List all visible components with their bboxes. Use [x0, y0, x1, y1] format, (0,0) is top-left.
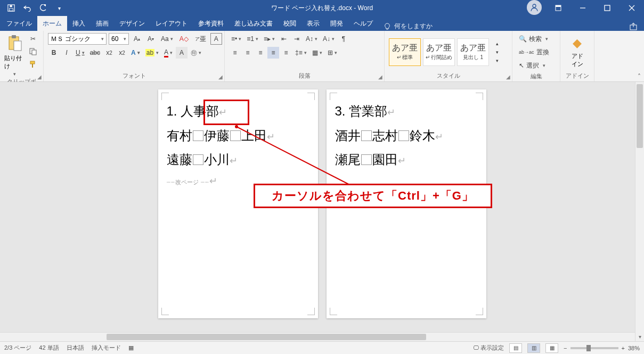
styles-down-icon[interactable]: ▾ [491, 48, 503, 56]
tell-me[interactable]: 何をしますか [378, 22, 438, 31]
italic-button[interactable]: I [61, 47, 72, 59]
hscroll-thumb[interactable] [107, 334, 426, 340]
tab-insert[interactable]: 挿入 [67, 16, 91, 31]
quick-access-toolbar: ▾ [0, 1, 66, 15]
style-normal[interactable]: あア亜↵ 標準 [389, 38, 421, 66]
distribute-icon[interactable]: ≡ [280, 47, 292, 59]
numbering-icon[interactable]: ≡1 [244, 33, 260, 45]
justify-icon[interactable]: ≡ [267, 47, 279, 59]
font-name-select[interactable]: ＭＳ ゴシック [48, 33, 107, 45]
maximize-button[interactable] [595, 0, 619, 16]
grow-font-icon[interactable]: A▴ [131, 33, 143, 45]
char-shading-icon[interactable]: A [176, 47, 188, 59]
tab-review[interactable]: 校閲 [278, 16, 301, 31]
display-settings[interactable]: 🖵 表示設定 [473, 344, 504, 352]
status-words[interactable]: 42 単語 [39, 344, 59, 352]
line-spacing-icon[interactable]: ‡≡ [293, 47, 309, 59]
status-page[interactable]: 2/3 ページ [4, 344, 31, 352]
view-web-icon[interactable]: ▦ [545, 343, 558, 353]
close-button[interactable] [619, 0, 644, 16]
paste-icon[interactable] [6, 33, 24, 53]
zoom-value[interactable]: 38% [628, 345, 640, 351]
align-left-icon[interactable]: ≡ [229, 47, 241, 59]
tab-mailings[interactable]: 差し込み文書 [229, 16, 278, 31]
view-read-icon[interactable]: ▤ [509, 343, 522, 353]
tab-draw[interactable]: 描画 [91, 16, 114, 31]
phonetic-guide-icon[interactable]: ア亜 [193, 33, 208, 45]
font-color-icon[interactable]: A [162, 47, 175, 59]
shading-icon[interactable]: ▦ [310, 47, 324, 59]
align-center-icon[interactable]: ≡ [242, 47, 254, 59]
minimize-button[interactable] [570, 0, 595, 16]
clear-format-icon[interactable]: A◇ [177, 33, 191, 45]
tab-design[interactable]: デザイン [114, 16, 150, 31]
zoom-slider[interactable] [570, 347, 618, 349]
status-lang[interactable]: 日本語 [67, 344, 84, 352]
cut-icon[interactable]: ✂ [27, 33, 39, 45]
increase-indent-icon[interactable]: ⇥ [291, 33, 303, 45]
subscript-icon[interactable]: x2 [103, 47, 115, 59]
tab-layout[interactable]: レイアウト [150, 16, 193, 31]
account-icon[interactable] [527, 0, 542, 15]
addins-label[interactable]: アド イン [572, 52, 583, 68]
styles-launcher-icon[interactable]: ◢ [506, 74, 510, 80]
status-mode[interactable]: 挿入モード [92, 344, 121, 352]
align-right-icon[interactable]: ≡ [255, 47, 266, 59]
font-size-select[interactable]: 60 [109, 33, 129, 45]
addins-icon[interactable]: ◆ [573, 36, 582, 50]
shrink-font-icon[interactable]: A▾ [145, 33, 157, 45]
tab-view[interactable]: 表示 [301, 16, 325, 31]
superscript-icon[interactable]: x2 [116, 47, 128, 59]
ribbon-options-icon[interactable] [546, 0, 570, 16]
bullets-icon[interactable]: ≡• [229, 33, 243, 45]
styles-more-icon[interactable]: ▾ [491, 56, 503, 65]
char-border-icon[interactable]: A [210, 33, 222, 45]
replace-button[interactable]: ab→ac置換 [517, 46, 559, 58]
text-effects-icon[interactable]: A [129, 47, 142, 59]
macro-icon[interactable]: ▦ [128, 344, 134, 351]
zoom-out-icon[interactable]: − [564, 345, 567, 351]
zoom-in-icon[interactable]: + [622, 345, 625, 351]
redo-icon[interactable] [36, 1, 50, 15]
tab-developer[interactable]: 開発 [325, 16, 348, 31]
format-painter-icon[interactable] [27, 59, 39, 70]
styles-up-icon[interactable]: ▴ [491, 39, 503, 48]
strikethrough-icon[interactable]: abc [88, 47, 102, 59]
style-heading1[interactable]: あア亜見出し 1 [457, 38, 489, 66]
show-marks-icon[interactable]: ¶ [338, 33, 349, 45]
enclose-char-icon[interactable]: ㊞ [189, 47, 203, 59]
view-print-icon[interactable]: ▥ [527, 343, 540, 353]
tab-references[interactable]: 参考資料 [193, 16, 229, 31]
style-nospace[interactable]: あア亜↵ 行間詰め [423, 38, 455, 66]
sort-icon[interactable]: A↓ [321, 33, 337, 45]
horizontal-scrollbar[interactable] [0, 332, 635, 341]
font-launcher-icon[interactable]: ◢ [218, 74, 223, 80]
tab-help[interactable]: ヘルプ [348, 16, 378, 31]
qat-customize-icon[interactable]: ▾ [52, 1, 66, 15]
paste-label[interactable]: 貼り付け [4, 54, 25, 70]
clipboard-launcher-icon[interactable]: ◢ [37, 74, 42, 80]
tab-home[interactable]: ホーム [37, 16, 67, 31]
copy-icon[interactable] [27, 46, 39, 57]
text-direction-icon[interactable]: A↕ [304, 33, 320, 45]
undo-icon[interactable] [20, 1, 34, 15]
find-button[interactable]: 🔍検索 [517, 33, 559, 45]
highlight-icon[interactable]: ab [143, 47, 161, 59]
multilevel-icon[interactable]: ≡▸ [262, 33, 277, 45]
paragraph-launcher-icon[interactable]: ◢ [378, 74, 382, 80]
save-icon[interactable] [4, 1, 18, 15]
scroll-down-icon[interactable]: ▾ [635, 332, 644, 341]
tab-file[interactable]: ファイル [1, 16, 37, 31]
vscroll-thumb[interactable] [637, 84, 643, 148]
zoom-control[interactable]: − + 38% [564, 345, 640, 351]
share-button[interactable] [623, 22, 644, 31]
vertical-scrollbar[interactable]: ▴ ▾ [635, 82, 644, 341]
decrease-indent-icon[interactable]: ⇤ [278, 33, 290, 45]
svg-rect-13 [12, 35, 16, 38]
select-button[interactable]: ↖選択 [517, 60, 559, 71]
underline-button[interactable]: U [74, 47, 87, 59]
borders-icon[interactable]: ⊞ [325, 47, 339, 59]
change-case-icon[interactable]: Aa [159, 33, 175, 45]
bold-button[interactable]: B [48, 47, 60, 59]
collapse-ribbon-icon[interactable]: ˄ [638, 73, 641, 80]
